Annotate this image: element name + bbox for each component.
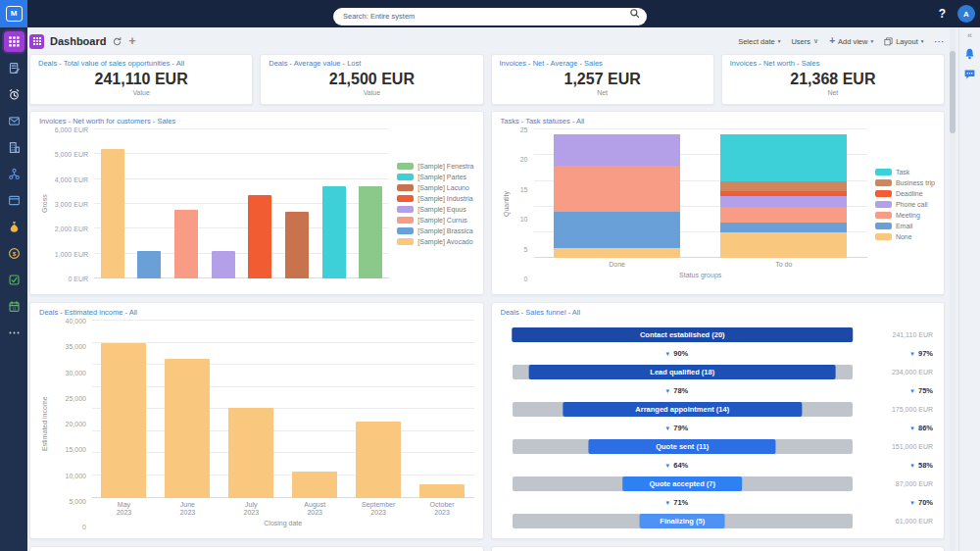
funnel-stage-value: 175,000 EUR: [853, 406, 935, 413]
chat-icon[interactable]: [963, 68, 976, 80]
stacked-bar: [720, 129, 847, 258]
down-triangle-icon: ▼: [664, 426, 670, 431]
y-tick-label: 25: [520, 126, 528, 133]
sidebar-item-emails[interactable]: [4, 111, 24, 131]
y-axis-label: Quantity: [501, 129, 511, 278]
app-logo[interactable]: M: [0, 0, 27, 27]
y-tick-label: 5,000: [69, 498, 86, 505]
kpi-title[interactable]: Invoices - Net worth - Sales: [730, 59, 936, 68]
funnel-stage-value: 87,000 EUR: [853, 480, 935, 487]
sidebar-item-reminders[interactable]: [4, 84, 24, 105]
chart-body: Quantity0510152025DoneTo doStatus groups…: [501, 129, 936, 278]
bar-segment: [554, 166, 680, 212]
user-avatar[interactable]: A: [957, 5, 975, 23]
add-widget-button[interactable]: +: [128, 36, 135, 46]
kpi-title[interactable]: Invoices - Net - Average - Sales: [500, 59, 706, 68]
legend-item: Deadline: [875, 190, 935, 197]
users-filter-control[interactable]: Users ∨: [791, 37, 818, 46]
scrollbar-thumb[interactable]: [950, 51, 956, 133]
legend-item: [Sample] Brassica: [397, 227, 473, 234]
conversion-percent-right: ▼70%: [853, 498, 935, 507]
y-tick-label: 3,000 EUR: [55, 201, 88, 208]
search-icon[interactable]: [629, 8, 640, 19]
chevron-down-icon: ▾: [778, 38, 781, 44]
funnel-stage-label: Finalizing (5): [660, 517, 705, 526]
card-partial-left: [29, 546, 484, 551]
funnel-track: Finalizing (5): [513, 514, 854, 528]
chart-title[interactable]: Deals - Sales funnel - All: [501, 308, 936, 317]
legend-swatch: [875, 190, 892, 197]
legend-swatch: [397, 163, 414, 170]
add-view-button[interactable]: + Add view ▾: [829, 37, 873, 46]
y-tick-label: 20,000: [66, 421, 86, 427]
scrollbar[interactable]: [950, 27, 956, 551]
notifications-bell-icon[interactable]: [963, 47, 976, 61]
bar-segment: [720, 223, 847, 233]
sidebar-item-contacts[interactable]: [4, 164, 24, 184]
help-button[interactable]: ?: [939, 7, 946, 21]
sidebar-item-invoices[interactable]: $: [4, 243, 24, 264]
conversion-percent-left: ▼78%: [501, 386, 854, 395]
legend-swatch: [875, 169, 892, 175]
kpi-value: 21,368 EUR: [730, 71, 936, 88]
sidebar-item-journal[interactable]: [4, 58, 24, 78]
funnel-stage-value: 61,000 EUR: [853, 518, 935, 525]
x-axis-label: Closing date: [92, 520, 474, 526]
down-triangle-icon: ▼: [909, 463, 915, 469]
envelope-icon: [8, 115, 21, 127]
more-options-button[interactable]: ···: [935, 37, 946, 46]
funnel-stage-value: 234,000 EUR: [853, 369, 935, 376]
layout-icon: [884, 37, 893, 46]
collapse-button[interactable]: «: [967, 30, 972, 40]
legend-swatch: [875, 212, 892, 219]
refresh-button[interactable]: [112, 36, 122, 47]
legend-label: None: [896, 233, 912, 240]
chart-title[interactable]: Deals - Estimated income - All: [39, 308, 474, 317]
layout-control[interactable]: Layout ▾: [884, 37, 923, 46]
down-triangle-icon: ▼: [909, 351, 915, 357]
layout-label: Layout: [896, 37, 918, 46]
legend-item: [Sample] Lacuno: [397, 184, 473, 191]
chevron-down-icon: ▾: [921, 38, 924, 44]
kpi-title[interactable]: Deals - Average value - Lost: [269, 59, 474, 68]
y-axis-ticks: 0510152025: [511, 129, 534, 278]
chart-title[interactable]: Tasks - Task statuses - All: [501, 117, 936, 125]
x-axis-labels: DoneTo do: [534, 261, 867, 270]
kpi-title[interactable]: Deals - Total value of sales opportuniti…: [38, 59, 244, 68]
funnel-track: Lead qualified (18): [513, 365, 854, 379]
sidebar-item-projects[interactable]: [4, 190, 24, 211]
y-axis-ticks: 0 EUR1,000 EUR2,000 EUR3,000 EUR4,000 EU…: [49, 129, 94, 278]
legend-item: Task: [875, 169, 935, 175]
down-triangle-icon: ▼: [909, 388, 915, 394]
kpi-card: Invoices - Net worth - Sales21,368 EURNe…: [721, 54, 945, 105]
chevron-down-icon: ∨: [813, 37, 818, 45]
conversion-percent-right: ▼58%: [853, 461, 935, 470]
funnel-stage-row: Arranged appointment (14)175,000 EUR: [501, 401, 936, 417]
y-tick-label: 1,000 EUR: [55, 251, 88, 258]
sidebar-item-calendar[interactable]: 11: [4, 296, 24, 317]
x-axis-label: Status groups: [534, 272, 867, 278]
legend-item: None: [875, 233, 935, 240]
sidebar-item-companies[interactable]: [4, 137, 24, 158]
sidebar-item-dashboard[interactable]: [4, 31, 24, 52]
legend-label: [Sample] Brassica: [417, 227, 472, 234]
chart-title[interactable]: Invoices - Net worth for customers - Sal…: [39, 117, 474, 125]
select-date-control[interactable]: Select date ▾: [738, 37, 780, 46]
sidebar-item-deals[interactable]: [4, 217, 24, 237]
legend-swatch: [875, 233, 892, 240]
app-window: M ? A $11 Dashboard + S: [0, 0, 980, 551]
search-input[interactable]: [333, 8, 647, 25]
legend-label: Meeting: [896, 212, 920, 219]
percent-value: 75%: [918, 386, 933, 395]
legend-item: [Sample] Industria: [397, 195, 473, 202]
legend-label: [Sample] Industria: [417, 195, 472, 202]
chart-card-sales-funnel: Deals - Sales funnel - AllContact establ…: [491, 302, 946, 539]
funnel-stage-row: Quote sent (11)151,000 EUR: [501, 438, 936, 454]
sidebar-item-tasks[interactable]: [4, 270, 24, 290]
bar: [292, 472, 337, 498]
x-tick-label: June 2023: [156, 501, 220, 519]
percent-value: 58%: [918, 461, 933, 470]
sidebar-item-more[interactable]: [4, 323, 24, 343]
y-tick-label: 40,000: [66, 318, 86, 325]
plus-icon: +: [829, 37, 835, 45]
